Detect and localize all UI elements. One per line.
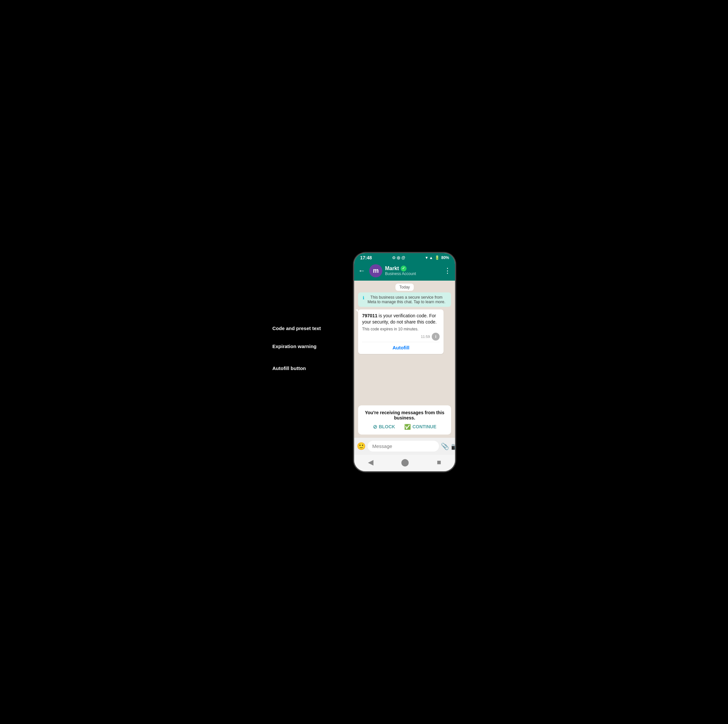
outer-wrapper: Code and preset text Expiration warning …: [272, 248, 456, 477]
battery-icon: 🔋: [435, 256, 440, 260]
block-icon: ⊘: [373, 424, 377, 430]
wa-header: ← m Markt ✓ Business Account ⋮: [354, 262, 455, 281]
expiration-text: This code expires in 10 minutes.: [362, 327, 440, 331]
battery-percent: 80%: [441, 256, 449, 260]
message-text: 797011 is your verification code. For yo…: [362, 313, 440, 326]
phone-frame: 17:48 ⊙ ◎ @ ▾ ▲ 🔋 80% ← m Markt ✓: [353, 253, 456, 472]
message-bubble: 797011 is your verification code. For yo…: [358, 309, 444, 354]
info-banner[interactable]: ℹ This business uses a secure service fr…: [358, 292, 451, 307]
info-button[interactable]: i: [432, 333, 440, 341]
nav-bar: ◀ ⬤ ■: [354, 455, 455, 471]
annotations-left: Code and preset text Expiration warning …: [272, 248, 327, 477]
date-label: Today: [395, 283, 414, 291]
contact-name: Markt ✓: [385, 266, 441, 271]
autofill-row: Autofill: [362, 342, 440, 351]
code-preset-label: Code and preset text: [272, 326, 321, 331]
status-right: ▾ ▲ 🔋 80%: [425, 256, 449, 260]
home-nav-button[interactable]: ⬤: [401, 458, 409, 467]
date-pill: Today: [358, 284, 451, 290]
block-button[interactable]: ⊘ BLOCK: [373, 424, 395, 430]
input-bar: 🙂 📎 📷 🎤: [354, 438, 455, 455]
whatsapp-icon: ⊙: [392, 256, 395, 260]
back-nav-button[interactable]: ◀: [368, 458, 373, 467]
signal-icon: ▲: [429, 256, 433, 260]
verified-badge: ✓: [401, 266, 407, 271]
at-icon: @: [401, 256, 405, 260]
message-footer: 11:59 i: [362, 333, 440, 341]
info-banner-text: This business uses a secure service from…: [366, 295, 447, 304]
message-time: 11:59: [421, 335, 430, 338]
verification-code: 797011: [362, 313, 378, 318]
instagram-icon: ◎: [397, 256, 400, 260]
back-button[interactable]: ←: [357, 266, 367, 275]
status-bar: 17:48 ⊙ ◎ @ ▾ ▲ 🔋 80%: [354, 253, 455, 262]
avatar-letter: m: [373, 267, 379, 274]
status-icons: ⊙ ◎ @: [392, 256, 405, 260]
contact-info: Markt ✓ Business Account: [385, 266, 441, 276]
business-notice: You're receiving messages from this busi…: [358, 406, 451, 435]
menu-button[interactable]: ⋮: [444, 266, 451, 275]
camera-button[interactable]: 📷: [451, 442, 456, 450]
emoji-button[interactable]: 🙂: [357, 442, 366, 451]
expiration-warning-label: Expiration warning: [272, 343, 317, 349]
chat-area: Today ℹ This business uses a secure serv…: [354, 281, 455, 438]
recent-nav-button[interactable]: ■: [437, 458, 441, 467]
info-icon: ℹ: [363, 295, 364, 300]
wifi-icon: ▾: [425, 256, 428, 260]
autofill-button[interactable]: Autofill: [393, 345, 410, 351]
message-input[interactable]: [368, 441, 439, 452]
contact-sub: Business Account: [385, 271, 441, 276]
block-label: BLOCK: [379, 424, 395, 429]
contact-name-text: Markt: [385, 266, 399, 271]
continue-label: CONTINUE: [413, 424, 436, 429]
status-time: 17:48: [360, 255, 372, 260]
continue-icon: ✅: [404, 424, 411, 430]
avatar: m: [369, 264, 382, 277]
notice-actions: ⊘ BLOCK ✅ CONTINUE: [363, 424, 446, 430]
continue-button[interactable]: ✅ CONTINUE: [404, 424, 436, 430]
chat-spacer: [358, 357, 451, 403]
business-notice-text: You're receiving messages from this busi…: [363, 410, 446, 421]
autofill-button-label: Autofill button: [272, 366, 306, 371]
attach-button[interactable]: 📎: [441, 442, 449, 450]
